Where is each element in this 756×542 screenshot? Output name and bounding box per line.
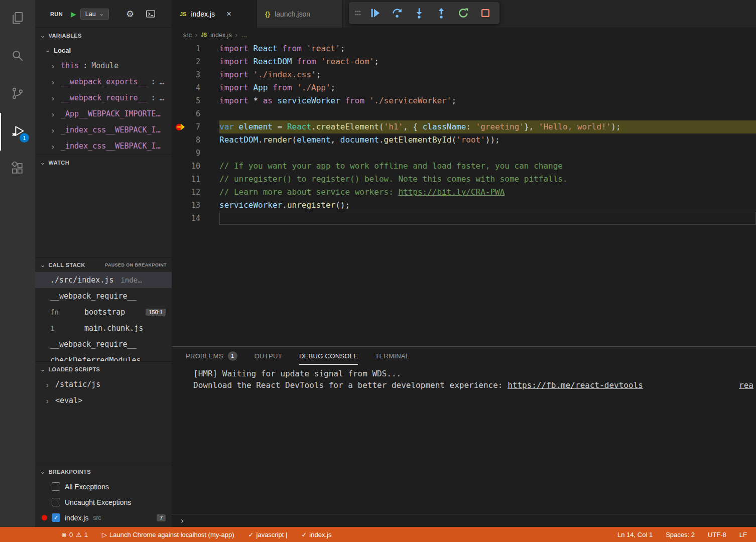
gear-icon[interactable]: ⚙ bbox=[126, 9, 134, 20]
debug-launch-status[interactable]: ▷Launch Chrome against localhost (my-app… bbox=[102, 531, 234, 538]
code-line[interactable]: 4import App from './App'; bbox=[172, 81, 756, 94]
chevron-down-icon: ⌄ bbox=[40, 366, 45, 373]
chevron-right-icon: › bbox=[46, 380, 51, 389]
call-stack-section-header[interactable]: ⌄ CALL STACK PAUSED ON BREAKPOINT bbox=[35, 257, 172, 272]
step-into-button[interactable] bbox=[408, 4, 430, 23]
variables-scope-local[interactable]: ⌄ Local bbox=[35, 43, 172, 58]
tab-launch-json[interactable]: {} launch.json bbox=[257, 0, 342, 28]
breakpoints-section-header[interactable]: ⌄ BREAKPOINTS bbox=[35, 464, 172, 479]
editor-gutter[interactable]: 13 bbox=[172, 199, 219, 212]
code-line[interactable]: 11// unregister() to register() below. N… bbox=[172, 173, 756, 186]
breakpoint-row[interactable]: All Exceptions bbox=[35, 479, 172, 494]
step-out-button[interactable] bbox=[430, 4, 452, 23]
chevron-right-icon: › bbox=[235, 31, 237, 39]
breakpoint-row[interactable]: Uncaught Exceptions bbox=[35, 494, 172, 510]
code-line[interactable]: 12// Learn more about service workers: h… bbox=[172, 186, 756, 199]
status-right-item-1[interactable]: Spaces: 2 bbox=[666, 531, 695, 538]
line-number: 10 bbox=[191, 160, 200, 173]
extensions-icon bbox=[11, 162, 25, 178]
editor-gutter[interactable]: 7 bbox=[172, 120, 219, 133]
loaded-scripts-section-header[interactable]: ⌄ LOADED SCRIPTS bbox=[35, 361, 172, 376]
editor-gutter[interactable]: 4 bbox=[172, 81, 219, 94]
panel-tab-output[interactable]: OUTPUT bbox=[255, 347, 282, 365]
problems-status[interactable]: ⊗0⚠1 bbox=[61, 531, 88, 538]
code-line[interactable]: 9 bbox=[172, 147, 756, 160]
callstack-frame[interactable]: checkDeferredModules bbox=[35, 352, 172, 361]
breakpoint-checkbox[interactable] bbox=[52, 498, 60, 506]
tab-index-js[interactable]: JS index.js × bbox=[172, 0, 257, 28]
code-line[interactable]: 1import React from 'react'; bbox=[172, 42, 756, 55]
status-right-item-0[interactable]: Ln 14, Col 1 bbox=[617, 531, 653, 538]
variable-row[interactable]: ›this: Module bbox=[35, 58, 172, 74]
toolbar-drag-handle-icon[interactable] bbox=[352, 9, 364, 17]
variable-row[interactable]: ›_App__WEBPACK_IMPORTE… bbox=[35, 106, 172, 122]
editor-gutter[interactable]: 12 bbox=[172, 186, 219, 199]
variable-row[interactable]: ›__webpack_require__: … bbox=[35, 90, 172, 106]
code-line[interactable]: 3import './index.css'; bbox=[172, 68, 756, 81]
code-line[interactable]: 6 bbox=[172, 107, 756, 120]
launch-config-select[interactable]: Lau ⌄ bbox=[80, 9, 109, 20]
panel-tab-problems[interactable]: PROBLEMS1 bbox=[186, 347, 237, 365]
editor-gutter[interactable]: 10 bbox=[172, 160, 219, 173]
code-line[interactable]: 13serviceWorker.unregister(); bbox=[172, 199, 756, 212]
code-content: ReactDOM.render(element, document.getEle… bbox=[219, 133, 756, 147]
breadcrumb-file[interactable]: index.js bbox=[210, 32, 231, 39]
line-number: 11 bbox=[191, 173, 200, 186]
editor-gutter[interactable]: 5 bbox=[172, 94, 219, 107]
code-line[interactable]: 2import ReactDOM from 'react-dom'; bbox=[172, 55, 756, 68]
code-content: // Learn more about service workers: htt… bbox=[219, 186, 756, 199]
breakpoint-checkbox[interactable] bbox=[52, 482, 60, 491]
variables-section-header[interactable]: ⌄ VARIABLES bbox=[35, 28, 172, 43]
console-right-link[interactable]: rea bbox=[739, 379, 756, 391]
callstack-frame[interactable]: __webpack_require__ bbox=[35, 288, 172, 304]
restart-button[interactable] bbox=[452, 4, 474, 23]
code-link[interactable]: https://bit.ly/CRA-PWA bbox=[398, 187, 505, 197]
code-line[interactable]: 7var element = React.createElement('h1',… bbox=[172, 120, 756, 133]
editor-gutter[interactable]: 6 bbox=[172, 107, 219, 120]
callstack-frame[interactable]: __webpack_require__ bbox=[35, 336, 172, 352]
variable-row[interactable]: ›__webpack_exports__: … bbox=[35, 74, 172, 90]
editor-gutter[interactable]: 3 bbox=[172, 68, 219, 81]
panel-tab-debug-console[interactable]: DEBUG CONSOLE bbox=[299, 347, 358, 365]
activity-item-source-control[interactable] bbox=[0, 75, 35, 113]
code-line[interactable]: 14 bbox=[172, 212, 756, 225]
loaded-script-row[interactable]: ›<eval> bbox=[35, 392, 172, 409]
continue-button[interactable] bbox=[364, 4, 386, 23]
callstack-frame[interactable]: 1main.chunk.js bbox=[35, 320, 172, 336]
activity-item-run-and-debug[interactable]: 1 bbox=[0, 113, 35, 151]
active-file-status[interactable]: ✓index.js bbox=[301, 531, 331, 538]
console-link[interactable]: https://fb.me/react-devtools bbox=[508, 380, 643, 390]
activity-item-extensions[interactable] bbox=[0, 151, 35, 188]
code-line[interactable]: 8ReactDOM.render(element, document.getEl… bbox=[172, 133, 756, 147]
editor-gutter[interactable]: 14 bbox=[172, 212, 219, 225]
stop-button[interactable] bbox=[474, 4, 496, 23]
activity-item-search[interactable] bbox=[0, 38, 35, 75]
editor-gutter[interactable]: 2 bbox=[172, 55, 219, 68]
callstack-frame[interactable]: fnbootstrap150:1 bbox=[35, 304, 172, 320]
variable-row[interactable]: ›_index_css__WEBPACK_I… bbox=[35, 138, 172, 154]
watch-section-header[interactable]: ⌄ WATCH bbox=[35, 155, 172, 170]
close-icon[interactable]: × bbox=[226, 9, 231, 19]
editor-gutter[interactable]: 1 bbox=[172, 42, 219, 55]
breakpoint-checkbox[interactable]: ✓ bbox=[52, 513, 60, 522]
editor-gutter[interactable]: 8 bbox=[172, 133, 219, 147]
debug-console-input[interactable]: › bbox=[172, 514, 756, 527]
javascript-status[interactable]: ✓javascript | bbox=[248, 531, 288, 538]
start-debug-icon[interactable]: ▶ bbox=[71, 10, 76, 18]
code-line[interactable]: 10// If you want your app to work offlin… bbox=[172, 160, 756, 173]
loaded-script-row[interactable]: ›/static/js bbox=[35, 376, 172, 392]
open-debug-console-icon[interactable] bbox=[145, 9, 156, 20]
variable-row[interactable]: ›_index_css__WEBPACK_I… bbox=[35, 122, 172, 138]
step-over-button[interactable] bbox=[386, 4, 408, 23]
panel-tab-terminal[interactable]: TERMINAL bbox=[375, 347, 409, 365]
status-right-item-2[interactable]: UTF-8 bbox=[708, 531, 726, 538]
editor-gutter[interactable]: 11 bbox=[172, 173, 219, 186]
code-line[interactable]: 5import * as serviceWorker from './servi… bbox=[172, 94, 756, 107]
callstack-frame[interactable]: ./src/index.jsinde… bbox=[35, 272, 172, 288]
activity-item-explorer[interactable] bbox=[0, 0, 35, 38]
breadcrumb-symbol[interactable]: … bbox=[241, 32, 247, 39]
breadcrumb-src[interactable]: src bbox=[183, 32, 192, 39]
status-right-item-3[interactable]: LF bbox=[739, 531, 747, 538]
breakpoint-row[interactable]: ✓index.jssrc7 bbox=[35, 510, 172, 525]
editor-gutter[interactable]: 9 bbox=[172, 147, 219, 160]
